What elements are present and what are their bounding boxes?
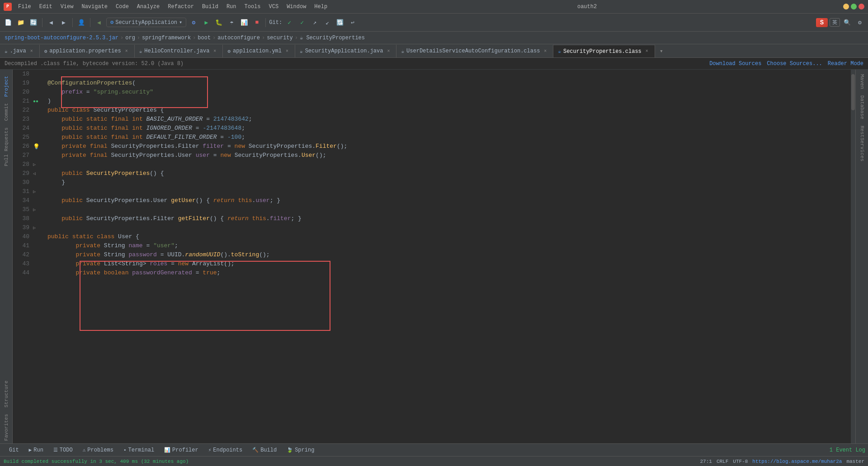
code-container[interactable]: 18 19 20 21 22 23 24 25 26 27 28 29 30 3… — [13, 70, 855, 443]
bottom-tab-spring[interactable]: 🍃 Spring — [282, 445, 319, 456]
git-arrow-down[interactable]: ↙ — [322, 17, 333, 28]
sidebar-project-tab[interactable]: Project — [3, 73, 10, 99]
breadcrumb-autoconfigure[interactable]: autoconfigure — [217, 35, 260, 41]
right-sidebar: Maven Database RestServices — [855, 70, 868, 443]
tab-user-details-close[interactable]: × — [542, 48, 548, 54]
line-ending[interactable]: CRLF — [717, 459, 728, 464]
tab-security-application[interactable]: ☕ SecurityApplication.java × — [295, 45, 396, 57]
breadcrumb-security[interactable]: security — [267, 35, 293, 41]
menu-window[interactable]: Window — [283, 2, 310, 11]
breadcrumb-jar[interactable]: spring-boot-autoconfigure-2.5.3.jar — [5, 35, 118, 41]
event-log-link[interactable]: 1 Event Log — [830, 447, 865, 453]
search-button[interactable]: 🔍 — [842, 17, 853, 28]
choose-sources-link[interactable]: Choose Sources... — [767, 61, 822, 67]
bottom-tab-git[interactable]: Git — [3, 445, 24, 456]
run-button[interactable]: ▶ — [201, 17, 212, 28]
menu-navigate[interactable]: Navigate — [78, 2, 111, 11]
menu-build[interactable]: Build — [198, 2, 222, 11]
breadcrumb-class[interactable]: ☕ SecurityProperties — [300, 34, 365, 41]
menu-file[interactable]: File — [14, 2, 35, 11]
scrollbar-thumb[interactable] — [851, 74, 855, 110]
menu-code[interactable]: Code — [112, 2, 132, 11]
bottom-tab-problems[interactable]: ⚠ Problems — [78, 445, 118, 456]
bottom-tab-terminal[interactable]: ▪ Terminal — [119, 445, 159, 456]
window-controls — [843, 4, 864, 9]
forward-button[interactable]: ▶ — [58, 17, 69, 28]
title-bar-left: P File Edit View Navigate Code Analyze R… — [4, 2, 331, 11]
stop-button[interactable]: ■ — [251, 17, 262, 28]
maven-panel-tab[interactable]: Maven — [859, 71, 866, 92]
bottom-tab-build[interactable]: 🔨 Build — [248, 445, 281, 456]
sync-button[interactable]: 🔄 — [28, 17, 39, 28]
rest-services-panel-tab[interactable]: RestServices — [859, 123, 866, 164]
tab-java-unnamed[interactable]: ☕ .java × — [0, 45, 40, 57]
build-tab-label: Build — [260, 447, 277, 453]
profile-button[interactable]: 👤 — [76, 17, 87, 28]
sidebar-pull-requests-tab[interactable]: Pull Requests — [3, 125, 10, 169]
bottom-tab-todo[interactable]: ☰ TODO — [49, 445, 77, 456]
tab-app-props-icon: ⚙ — [44, 48, 47, 54]
sidebar-structure-tab[interactable]: Structure — [3, 378, 10, 410]
git-checkmark1[interactable]: ✓ — [284, 17, 295, 28]
menu-refactor[interactable]: Refactor — [164, 2, 198, 11]
tab-application-yml[interactable]: ⚙ application.yml × — [223, 45, 295, 57]
tab-app-yml-label: application.yml — [233, 48, 282, 54]
tab-security-app-close[interactable]: × — [385, 48, 392, 54]
menu-edit[interactable]: Edit — [36, 2, 56, 11]
settings-button[interactable]: ⚙ — [854, 17, 865, 28]
close-button[interactable] — [859, 4, 864, 9]
menu-view[interactable]: View — [57, 2, 77, 11]
code-content[interactable]: @ConfigurationProperties( prefix = "spri… — [44, 70, 855, 443]
coverage-button[interactable]: ☂ — [226, 17, 237, 28]
tab-hello-controller[interactable]: ☕ HelloController.java × — [135, 45, 223, 57]
menu-analyze[interactable]: Analyze — [133, 2, 163, 11]
menu-run[interactable]: Run — [223, 2, 240, 11]
menu-tools[interactable]: Tools — [241, 2, 264, 11]
url-link[interactable]: https://blog.aspace.me/muhar2a — [752, 459, 842, 464]
minimize-button[interactable] — [843, 4, 849, 9]
run-configuration[interactable]: ⚙ SecurityApplication ▾ — [106, 18, 186, 27]
maximize-button[interactable] — [851, 4, 857, 9]
git-arrow-up[interactable]: ↗ — [309, 17, 320, 28]
encoding[interactable]: UTF-8 — [733, 459, 748, 464]
open-button[interactable]: 📁 — [15, 17, 26, 28]
vertical-scrollbar[interactable] — [851, 70, 855, 443]
debug-button[interactable]: 🐛 — [213, 17, 224, 28]
branch-name[interactable]: master — [846, 459, 864, 464]
undo-button[interactable]: ◀ — [94, 17, 104, 28]
toolbar-sep-1 — [42, 18, 42, 27]
git-checkmark2[interactable]: ✓ — [297, 17, 307, 28]
download-sources-link[interactable]: Download Sources — [709, 61, 761, 67]
menu-vcs[interactable]: VCS — [265, 2, 283, 11]
tabs-overflow-button[interactable]: ▾ — [656, 46, 667, 56]
bottom-tab-endpoints[interactable]: ⚡ Endpoints — [204, 445, 247, 456]
tab-app-props-close[interactable]: × — [123, 48, 130, 54]
git-update[interactable]: 🔃 — [335, 17, 345, 28]
tab-app-yml-close[interactable]: × — [284, 48, 290, 54]
new-file-button[interactable]: 📄 — [3, 17, 14, 28]
profile-run-button[interactable]: 📊 — [239, 17, 250, 28]
main-area: Project Commit Pull Requests Structure F… — [0, 70, 868, 443]
back-button[interactable]: ◀ — [46, 17, 57, 28]
tab-hello-ctrl-close[interactable]: × — [212, 48, 218, 54]
bottom-tab-run[interactable]: ▶ Run — [24, 445, 48, 456]
tab-hello-ctrl-icon: ☕ — [139, 48, 142, 54]
sidebar-favorites-tab[interactable]: Favorites — [3, 411, 10, 443]
tab-user-details-service[interactable]: ☕ UserDetailsServiceAutoConfiguration.cl… — [396, 45, 553, 57]
sidebar-commit-tab[interactable]: Commit — [3, 100, 10, 124]
tab-security-properties[interactable]: ☕ SecurityProperties.class × — [553, 45, 655, 57]
bottom-tab-profiler[interactable]: 📊 Profiler — [160, 445, 203, 456]
toolbar-right: S 英 🔍 ⚙ — [816, 17, 865, 28]
breadcrumb-org[interactable]: org — [125, 35, 135, 41]
tab-java-unnamed-close[interactable]: × — [28, 48, 35, 54]
build-button[interactable]: ⚙ — [188, 17, 199, 28]
database-panel-tab[interactable]: Database — [859, 93, 866, 122]
breadcrumb-boot[interactable]: boot — [198, 35, 211, 41]
menu-help[interactable]: Help — [311, 2, 331, 11]
git-revert[interactable]: ↩ — [347, 17, 358, 28]
reader-mode-link[interactable]: Reader Mode — [828, 61, 863, 67]
tab-sec-props-close[interactable]: × — [644, 48, 650, 55]
toolbar-sep-4 — [265, 18, 266, 27]
tab-application-properties[interactable]: ⚙ application.properties × — [40, 45, 135, 57]
breadcrumb-springframework[interactable]: springframework — [142, 35, 191, 41]
